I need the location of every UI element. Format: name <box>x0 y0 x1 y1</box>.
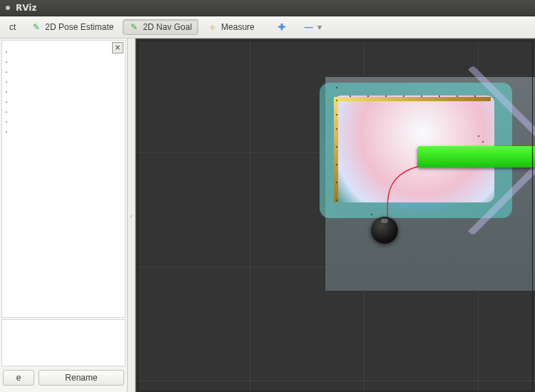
nav-goal-arrow[interactable] <box>417 139 535 175</box>
close-icon[interactable]: × <box>112 42 123 53</box>
sidebar: × . . . . . . . . . e Rename <box>0 38 128 392</box>
titlebar-bullet-icon <box>6 6 10 10</box>
goal-arrow-shaft <box>417 146 535 167</box>
arrow-icon: ✎ <box>31 22 41 32</box>
minus-icon: — <box>304 22 314 32</box>
interact-label: ct <box>9 22 16 32</box>
main-toolbar: ct ✎ 2D Pose Estimate ✎ 2D Nav Goal ⟡ Me… <box>0 16 535 38</box>
nav-goal-button[interactable]: ✎ 2D Nav Goal <box>123 19 198 35</box>
content-area: × . . . . . . . . . e Rename ‹ <box>0 38 535 392</box>
list-item[interactable]: . <box>5 55 122 65</box>
add-display-button[interactable]: ✚ <box>272 19 291 35</box>
interact-button[interactable]: ct <box>3 19 22 35</box>
arrow-icon: ✎ <box>129 22 139 32</box>
chevron-down-icon: ▾ <box>317 22 322 32</box>
pose-estimate-label: 2D Pose Estimate <box>45 22 113 32</box>
sidebar-left-button[interactable]: e <box>3 370 34 386</box>
panel-resize-handle[interactable]: ‹ <box>128 38 136 392</box>
list-item[interactable]: . <box>5 65 122 75</box>
properties-panel[interactable] <box>1 319 126 366</box>
robot-model <box>371 217 398 244</box>
displays-tree[interactable]: . . . . . . . . . <box>2 41 125 139</box>
rename-button[interactable]: Rename <box>39 370 124 386</box>
window-titlebar: RViz <box>0 0 535 16</box>
list-item[interactable]: . <box>5 75 122 85</box>
sidebar-button-row: e Rename <box>0 368 127 392</box>
list-item[interactable]: . <box>5 105 122 115</box>
list-item[interactable]: . <box>5 95 122 105</box>
list-item[interactable]: . <box>5 45 122 55</box>
window-title: RViz <box>16 3 36 13</box>
plus-icon: ✚ <box>277 22 287 32</box>
pose-estimate-button[interactable]: ✎ 2D Pose Estimate <box>25 19 120 35</box>
3d-viewport[interactable] <box>136 38 535 392</box>
measure-label: Measure <box>221 22 255 32</box>
chevron-left-icon: ‹ <box>130 212 133 220</box>
list-item[interactable]: . <box>5 115 122 125</box>
ruler-icon: ⟡ <box>208 22 218 32</box>
nav-goal-label: 2D Nav Goal <box>143 22 192 32</box>
wall-obstacle <box>334 97 338 202</box>
measure-button[interactable]: ⟡ Measure <box>201 19 261 35</box>
displays-panel[interactable]: × . . . . . . . . . <box>1 40 126 318</box>
wall-obstacle <box>334 97 491 101</box>
list-item[interactable]: . <box>5 125 122 135</box>
remove-display-button[interactable]: — ▾ <box>300 19 326 35</box>
list-item[interactable]: . <box>5 85 122 95</box>
